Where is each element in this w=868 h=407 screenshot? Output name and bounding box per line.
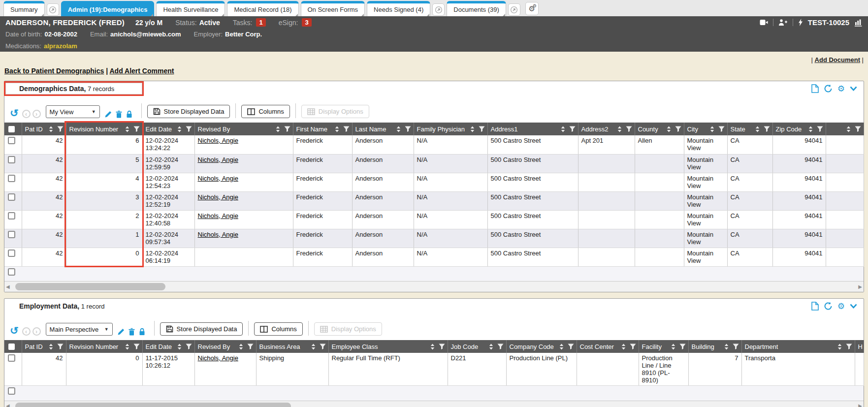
store-displayed-data-button[interactable]: Store Displayed Data xyxy=(160,322,243,336)
tab-summary[interactable]: Summary xyxy=(3,1,45,16)
row-checkbox[interactable] xyxy=(8,193,15,201)
tab-needs-signed-4[interactable]: Needs Signed (4) xyxy=(367,1,430,16)
refresh-icon[interactable] xyxy=(824,302,833,311)
sort-icon[interactable] xyxy=(335,126,339,132)
horizontal-scrollbar[interactable]: ◀ ▶ xyxy=(4,401,864,407)
tab-admin-19-demographics[interactable]: Admin (19):Demographics xyxy=(61,1,155,16)
revised-by-link[interactable]: Nichols, Angie xyxy=(198,137,238,144)
column-header-pat-id[interactable]: Pat ID xyxy=(22,340,66,353)
horizontal-scrollbar[interactable]: ◀ ▶ xyxy=(4,281,864,292)
medications-value[interactable]: alprazolam xyxy=(44,42,77,50)
delete-view-icon[interactable] xyxy=(115,110,123,118)
collapse-chevron-icon[interactable] xyxy=(850,86,857,91)
bar-chart-icon[interactable] xyxy=(854,19,863,27)
view-select[interactable]: Main Perspective▼ xyxy=(46,323,113,336)
tab-popout-button[interactable] xyxy=(47,3,59,16)
next-view-button[interactable]: › xyxy=(32,110,41,118)
column-header-first-name[interactable]: First Name xyxy=(293,123,352,135)
revised-by-link[interactable]: Nichols, Angie xyxy=(198,231,238,238)
column-header-job-code[interactable]: Job Code xyxy=(448,340,506,353)
column-header-edit-date[interactable]: Edit Date xyxy=(142,340,194,353)
delete-view-icon[interactable] xyxy=(128,328,135,336)
column-header-pat-id[interactable]: Pat ID xyxy=(22,123,66,135)
new-document-icon[interactable] xyxy=(811,84,819,93)
column-header-company-code[interactable]: Company Code xyxy=(506,340,577,353)
tab-health-surveillance[interactable]: Health Surveillance xyxy=(156,1,225,16)
sort-icon[interactable] xyxy=(311,344,316,350)
column-header-facility[interactable]: Facility xyxy=(639,340,688,353)
tab-on-screen-forms[interactable]: On Screen Forms xyxy=(301,1,365,16)
tab-popout-button[interactable] xyxy=(432,3,445,16)
column-header-building[interactable]: Building xyxy=(688,340,741,353)
prev-view-button[interactable]: ‹ xyxy=(22,110,31,118)
back-to-patient-demographics-link[interactable]: Back to Patient Demographics xyxy=(4,67,104,75)
select-all-checkbox[interactable] xyxy=(8,126,15,132)
filter-icon[interactable] xyxy=(57,344,64,350)
column-header-family-physician[interactable]: Family Physician xyxy=(414,123,487,135)
sort-icon[interactable] xyxy=(671,344,675,350)
gear-icon[interactable]: ⚙ xyxy=(837,85,845,93)
sort-icon[interactable] xyxy=(125,344,129,350)
add-alert-comment-link[interactable]: Add Alert Comment xyxy=(109,67,174,75)
next-view-button[interactable]: › xyxy=(32,327,41,336)
sort-icon[interactable] xyxy=(808,126,813,132)
column-header-revised-by[interactable]: Revised By xyxy=(194,123,293,135)
column-header-employee-class[interactable]: Employee Class xyxy=(328,340,448,353)
filter-icon[interactable] xyxy=(733,344,739,350)
column-header-address1[interactable]: Address1 xyxy=(487,123,578,135)
columns-button[interactable]: Columns xyxy=(241,105,289,118)
filter-icon[interactable] xyxy=(57,126,64,132)
sort-icon[interactable] xyxy=(846,126,851,132)
column-header-revised-by[interactable]: Revised By xyxy=(194,340,256,353)
row-checkbox[interactable] xyxy=(8,156,15,163)
edit-view-icon[interactable] xyxy=(104,110,112,118)
scrollbar-thumb[interactable] xyxy=(15,403,291,407)
filter-icon[interactable] xyxy=(439,344,445,350)
lock-view-icon[interactable] xyxy=(126,110,133,118)
revised-by-link[interactable]: Nichols, Angie xyxy=(198,156,238,163)
tab-popout-button[interactable] xyxy=(508,3,520,16)
tab-medical-record-18[interactable]: Medical Record (18) xyxy=(227,1,298,16)
sort-icon[interactable] xyxy=(276,126,280,132)
sort-icon[interactable] xyxy=(470,126,475,132)
sort-icon[interactable] xyxy=(177,126,182,132)
filter-icon[interactable] xyxy=(247,344,254,350)
esign-badge[interactable]: 3 xyxy=(302,18,311,27)
scroll-right-arrow[interactable]: ▶ xyxy=(858,404,862,407)
column-header-last-name[interactable]: Last Name xyxy=(352,123,414,135)
row-checkbox[interactable] xyxy=(8,231,15,238)
column-header-department[interactable]: Department xyxy=(741,340,855,353)
filter-icon[interactable] xyxy=(133,344,140,350)
row-checkbox[interactable] xyxy=(8,387,15,395)
filter-icon[interactable] xyxy=(133,126,140,132)
prev-view-button[interactable]: ‹ xyxy=(22,327,31,336)
sort-icon[interactable] xyxy=(559,344,564,350)
filter-icon[interactable] xyxy=(764,126,770,132)
filter-icon[interactable] xyxy=(284,126,290,132)
columns-button[interactable]: Columns xyxy=(254,322,302,336)
filter-icon[interactable] xyxy=(186,126,192,132)
column-header-state[interactable]: State xyxy=(727,123,772,135)
sort-icon[interactable] xyxy=(617,126,622,132)
sort-icon[interactable] xyxy=(667,126,671,132)
sort-icon[interactable] xyxy=(49,126,53,132)
filter-icon[interactable] xyxy=(405,126,411,132)
column-header-edit-date[interactable]: Edit Date xyxy=(142,123,194,135)
revised-by-link[interactable]: Nichols, Angie xyxy=(198,193,238,201)
column-header-revision-number[interactable]: Revision Number xyxy=(66,123,142,135)
row-checkbox[interactable] xyxy=(8,212,15,219)
filter-icon[interactable] xyxy=(479,126,485,132)
revised-by-link[interactable]: Nichols, Angie xyxy=(198,175,238,182)
gear-icon[interactable]: ⚙ xyxy=(837,302,845,311)
filter-icon[interactable] xyxy=(855,126,861,132)
add-document-link[interactable]: Add Document xyxy=(815,56,860,63)
filter-icon[interactable] xyxy=(817,126,823,132)
row-checkbox[interactable] xyxy=(8,175,15,182)
revised-by-link[interactable]: Nichols, Angie xyxy=(198,354,238,362)
column-header-county[interactable]: County xyxy=(635,123,684,135)
row-checkbox[interactable] xyxy=(8,268,15,276)
column-header-business-area[interactable]: Business Area xyxy=(256,340,328,353)
sort-icon[interactable] xyxy=(49,344,53,350)
scroll-right-arrow[interactable]: ▶ xyxy=(858,284,862,289)
lock-view-icon[interactable] xyxy=(138,328,146,336)
